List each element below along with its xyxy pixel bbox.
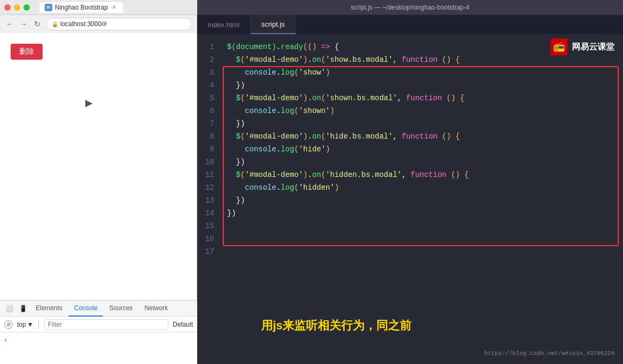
forward-button[interactable]: → xyxy=(18,19,29,29)
editor-panel: index.html script.js 1 2 3 4 5 6 7 8 9 1… xyxy=(197,15,623,364)
tab-sources[interactable]: Sources xyxy=(104,301,138,317)
tab-elements[interactable]: Elements xyxy=(30,301,68,317)
code-line-11: }) xyxy=(219,156,623,168)
code-line-6: $('#modal-demo').on('shown.bs.modal', fu… xyxy=(219,92,623,104)
annotation-text: 用js来监听相关行为，同之前 xyxy=(261,319,411,332)
context-selector[interactable]: top ▼ xyxy=(17,321,34,328)
console-output: › xyxy=(0,333,197,346)
minimize-button[interactable] xyxy=(14,4,20,11)
back-button[interactable]: ← xyxy=(4,19,15,29)
browser-tab-label: Ninghao Bootstrap xyxy=(55,4,108,11)
favicon-icon: N xyxy=(45,4,52,11)
address-text: localhost:3000/# xyxy=(60,20,107,28)
code-line-14: }) xyxy=(219,194,623,207)
editor-titlebar: script.js — ~/desktop/ninghao-bootstrap-… xyxy=(197,0,623,15)
address-bar-row: ← → ↻ 🔒 localhost:3000/# xyxy=(0,15,197,33)
browser-titlebar: N Ninghao Bootstrap ✕ xyxy=(0,0,197,15)
console-chevron-icon: › xyxy=(4,336,6,344)
watermark-text: https://blog.csdn.net/weixin_43706224 xyxy=(484,347,614,360)
logo-text: 网易云课堂 xyxy=(572,41,614,53)
code-content: $(document).ready(() => { $('#modal-demo… xyxy=(219,34,623,364)
lock-icon: 🔒 xyxy=(52,21,58,27)
devtools-inspect-icon[interactable]: ⬜ xyxy=(3,302,15,315)
tab-network[interactable]: Network xyxy=(139,301,173,317)
line-numbers: 1 2 3 4 5 6 7 8 9 10 11 12 13 14 15 16 1… xyxy=(197,34,219,364)
no-entry-icon[interactable]: ⊘ xyxy=(4,320,13,329)
devtools-device-icon[interactable]: 📱 xyxy=(17,302,29,315)
tab-console[interactable]: Console xyxy=(69,301,103,317)
tab-index-html[interactable]: index.html xyxy=(197,15,250,34)
code-line-5: }) xyxy=(219,79,623,92)
devtools-panel: ⬜ 📱 Elements Console Sources Network ⊘ xyxy=(0,300,197,364)
code-line-8: }) xyxy=(219,117,623,130)
editor-tabs: index.html script.js xyxy=(197,15,623,34)
console-default-label: Default xyxy=(173,321,193,328)
code-line-12: $('#modal-demo').on('hidden.bs.modal', f… xyxy=(219,168,623,181)
delete-button[interactable]: 删除 xyxy=(11,44,43,60)
tab-close-icon[interactable]: ✕ xyxy=(110,4,118,11)
code-line-16: }) xyxy=(219,207,623,220)
close-button[interactable] xyxy=(4,4,11,11)
devtools-console-bar: ⊘ top ▼ | Default xyxy=(0,317,197,333)
maximize-button[interactable] xyxy=(23,4,30,11)
code-line-10: console.log('hide') xyxy=(219,143,623,156)
code-line-7: console.log('shown') xyxy=(219,104,623,117)
editor-title-text: script.js — ~/desktop/ninghao-bootstrap-… xyxy=(351,4,469,11)
address-input[interactable]: 🔒 localhost:3000/# xyxy=(46,18,192,30)
browser-tab[interactable]: N Ninghao Bootstrap ✕ xyxy=(39,2,123,13)
code-line-9: $('#modal-demo').on('hide.bs.modal', fun… xyxy=(219,130,623,143)
editor-body: 1 2 3 4 5 6 7 8 9 10 11 12 13 14 15 16 1… xyxy=(197,34,623,364)
cursor-indicator: ▶ xyxy=(85,97,93,109)
logo-icon: 📻 xyxy=(551,38,568,55)
console-filter-input[interactable] xyxy=(44,319,168,330)
code-line-4: console.log('show') xyxy=(219,66,623,79)
browser-page: 删除 ▶ xyxy=(0,33,197,300)
refresh-button[interactable]: ↻ xyxy=(32,19,43,29)
devtools-tabs: ⬜ 📱 Elements Console Sources Network xyxy=(0,301,197,317)
traffic-lights xyxy=(4,4,30,11)
logo-area: 📻 网易云课堂 xyxy=(551,38,614,55)
tab-script-js[interactable]: script.js xyxy=(250,15,296,34)
code-line-13: console.log('hidden') xyxy=(219,181,623,194)
